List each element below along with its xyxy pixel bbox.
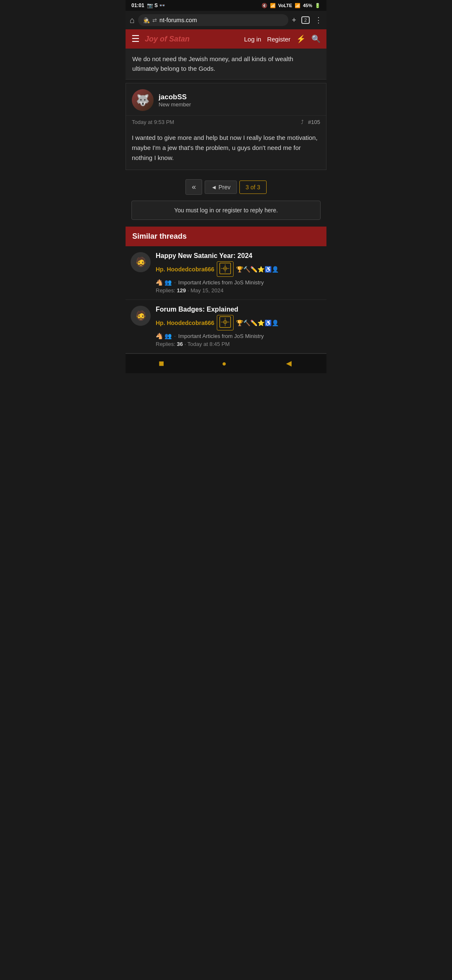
status-left: 01:01 📷 S 👓 [131,3,165,8]
reply-notice-text: You must log in or register to reply her… [174,207,278,214]
thread-content-1: Happy New Satanic Year: 2024 Hp. Hoodedc… [156,252,321,294]
site-header: ☰ Joy of Satan Log in Register ⚡ 🔍 [126,29,326,49]
post-header: 🐺 jacobSS New member [126,83,326,116]
quote-text: We do not need the Jewish money, and all… [132,55,293,72]
home-icon[interactable]: ⌂ [130,15,135,25]
thread-title-1[interactable]: Happy New Satanic Year: 2024 [156,252,321,260]
hamburger-menu[interactable]: ☰ [131,34,140,44]
thread-item-2[interactable]: 🧔 Forum Badges: Explained Hp. Hoodedcobr… [126,300,326,353]
similar-threads-section: Similar threads 🧔 Happy New Satanic Year… [126,227,326,353]
prev-page-button[interactable]: ◄ Prev [205,181,237,194]
thread-author-2[interactable]: Hp. Hoodedcobra666 [156,320,214,326]
post-meta-right: ⤴ #105 [301,119,320,125]
thread-category-icons-1: 🐴 👥 [156,279,172,286]
login-link[interactable]: Log in [244,36,261,43]
browser-bar: ⌂ 🕵️ ⇄ nt-forums.com + 2 ⋮ [126,11,326,29]
thread-tags-2: 🐴 👥 · Important Articles from JoS Minist… [156,333,321,339]
status-bar: 01:01 📷 S 👓 🔇 📶 VoLTE 📶 45% 🔋 [126,0,326,11]
share-icon[interactable]: ⤴ [301,119,304,125]
thread-category-1: Important Articles from JoS Ministry [178,279,264,286]
wifi-icon: 📶 [270,3,276,8]
author-icons-1: 🏆🔨✏️⭐♿👤 [236,266,279,273]
thread-category-icons-2: 🐴 👥 [156,333,172,339]
quote-block: We do not need the Jewish money, and all… [126,49,326,80]
thread-author-row-1: Hp. Hoodedcobra666 🏆🔨✏️⭐♿👤 [156,261,321,277]
browser-actions: + 2 ⋮ [292,15,322,25]
post-user-role: New member [159,101,191,108]
nav-icon: ⇄ [152,17,157,23]
post-username[interactable]: jacobSS [159,93,191,101]
thread-avatar-2: 🧔 [131,306,151,326]
post-body: I wanted to give more and help but now I… [126,129,326,170]
site-logo: Joy of Satan [145,35,239,44]
post-card: 🐺 jacobSS New member Today at 9:53 PM ⤴ … [126,83,326,170]
status-time: 01:01 [131,3,144,8]
post-meta: Today at 9:53 PM ⤴ #105 [126,116,326,129]
thread-tags-1: 🐴 👥 · Important Articles from JoS Minist… [156,279,321,286]
avatar: 🐺 [132,89,154,111]
current-page-button[interactable]: 3 of 3 [239,181,267,194]
battery-percent: 45% [303,3,312,8]
thread-author-row-2: Hp. Hoodedcobra666 🏆🔨✏️⭐♿👤 [156,315,321,330]
thread-title-2[interactable]: Forum Badges: Explained [156,306,321,313]
avatar-image: 🐺 [132,89,154,111]
recent-apps-button[interactable]: ■ [159,358,164,369]
mute-icon: 🔇 [262,3,267,8]
thread-content-2: Forum Badges: Explained Hp. Hoodedcobra6… [156,306,321,347]
post-number: #105 [308,119,320,125]
thread-author-1[interactable]: Hp. Hoodedcobra666 [156,266,214,273]
lightning-icon[interactable]: ⚡ [296,34,306,44]
author-badge-icon-2 [217,315,234,330]
author-badge-icon-1 [217,261,234,277]
post-text: I wanted to give more and help but now I… [132,134,318,161]
author-icons-2: 🏆🔨✏️⭐♿👤 [236,320,279,326]
signal-label: VoLTE [278,3,292,8]
thread-stats-2: Replies: 36 · Today at 8:45 PM [156,341,321,347]
url-text: nt-forums.com [159,17,197,23]
status-right: 🔇 📶 VoLTE 📶 45% 🔋 [262,3,321,8]
bottom-nav: ■ ● ◄ [126,353,326,373]
back-button[interactable]: ◄ [284,358,293,369]
url-bar[interactable]: 🕵️ ⇄ nt-forums.com [138,14,288,26]
thread-avatar-1: 🧔 [131,252,151,272]
thread-stats-1: Replies: 129 · May 15, 2024 [156,287,321,294]
pagination: « ◄ Prev 3 of 3 [126,173,326,201]
post-user-info: jacobSS New member [159,93,191,108]
first-page-button[interactable]: « [185,179,202,195]
charging-icon: 🔋 [315,3,321,8]
similar-threads-header: Similar threads [126,227,326,246]
home-button[interactable]: ● [222,359,226,368]
more-options-icon[interactable]: ⋮ [315,15,322,25]
search-icon[interactable]: 🔍 [311,34,321,44]
header-nav: Log in Register ⚡ 🔍 [244,34,321,44]
reply-notice: You must log in or register to reply her… [131,201,321,220]
add-tab-icon[interactable]: + [292,16,296,25]
thread-category-2: Important Articles from JoS Ministry [178,333,264,339]
battery-icon: 📶 [295,3,300,8]
post-timestamp: Today at 9:53 PM [132,119,174,125]
tab-count[interactable]: 2 [301,16,310,24]
thread-item[interactable]: 🧔 Happy New Satanic Year: 2024 Hp. Hoode… [126,246,326,300]
incognito-icon: 🕵️ [143,17,150,23]
status-icons: 📷 S 👓 [147,3,166,8]
similar-threads-title: Similar threads [132,232,187,240]
register-link[interactable]: Register [267,36,290,43]
